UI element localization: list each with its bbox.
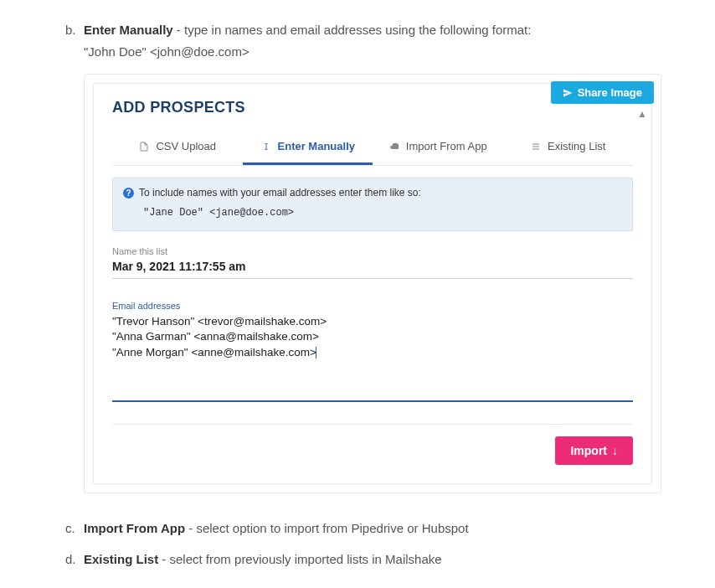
add-prospects-panel: ADD PROSPECTS CSV Upload Enter Manually	[93, 83, 652, 484]
tab-label: Enter Manually	[278, 140, 355, 152]
tab-import-from-app[interactable]: Import From App	[373, 132, 503, 165]
import-button[interactable]: Import ↓	[555, 436, 633, 465]
list-marker: d.	[65, 549, 84, 569]
info-icon: ?	[123, 188, 134, 199]
email-value: "Trevor Hanson" <trevor@mailshake.com> "…	[112, 315, 327, 358]
doc-item-d: d. Existing List - select from previousl…	[65, 549, 687, 569]
item-title: Import From App	[84, 521, 185, 535]
cloud-icon	[388, 141, 400, 152]
share-image-button[interactable]: Share Image	[551, 81, 654, 104]
doc-item-c: c. Import From App - select option to im…	[65, 518, 687, 538]
text-cursor	[316, 347, 316, 358]
doc-item-b: b. Enter Manually - type in names and em…	[65, 20, 687, 39]
file-icon	[138, 141, 150, 152]
arrow-down-icon: ↓	[612, 444, 618, 457]
collapse-icon[interactable]: ▲	[637, 108, 647, 120]
tab-enter-manually[interactable]: Enter Manually	[243, 132, 373, 165]
tab-label: Import From App	[406, 140, 487, 152]
item-title: Enter Manually	[84, 23, 173, 37]
list-icon	[530, 141, 542, 152]
screenshot-card: Share Image ▲ ADD PROSPECTS CSV Upload E…	[84, 74, 661, 493]
tab-csv-upload[interactable]: CSV Upload	[112, 132, 243, 165]
list-name-input[interactable]: Mar 9, 2021 11:17:55 am	[112, 256, 633, 279]
item-desc: - select option to import from Pipedrive…	[185, 521, 468, 535]
text-cursor-icon	[260, 141, 272, 152]
info-text: To include names with your email address…	[139, 187, 421, 199]
paper-plane-icon	[563, 88, 573, 98]
item-desc: - select from previously imported lists …	[158, 552, 441, 566]
list-marker: b.	[65, 20, 84, 39]
tab-label: Existing List	[548, 140, 605, 152]
info-example: "Jane Doe" <jane@doe.com>	[143, 207, 622, 219]
tab-label: CSV Upload	[156, 140, 216, 152]
share-label: Share Image	[578, 86, 642, 99]
tab-row: CSV Upload Enter Manually Import From Ap…	[112, 132, 633, 166]
list-name-label: Name this list	[112, 246, 633, 256]
tab-existing-list[interactable]: Existing List	[503, 132, 634, 165]
import-label: Import	[570, 444, 607, 457]
item-title: Existing List	[84, 552, 158, 566]
email-addresses-label: Email addresses	[112, 301, 633, 311]
list-marker: c.	[65, 518, 84, 538]
item-desc: - type in names and email addresses usin…	[173, 23, 532, 37]
email-addresses-input[interactable]: "Trevor Hanson" <trevor@mailshake.com> "…	[112, 311, 633, 402]
footer-row: Import ↓	[112, 424, 633, 465]
info-banner: ? To include names with your email addre…	[112, 178, 633, 231]
format-example: "John Doe" <john@doe.com>	[84, 44, 687, 59]
